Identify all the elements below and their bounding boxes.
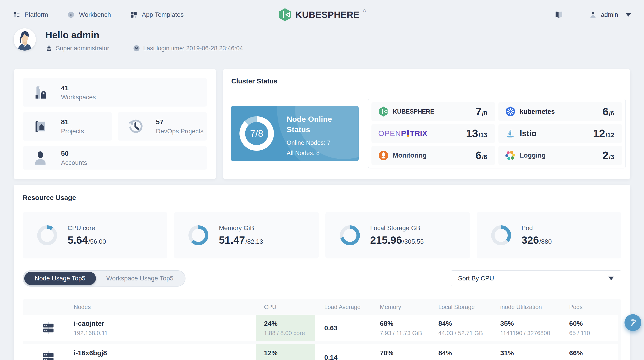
fluentd-icon xyxy=(505,150,516,161)
tab-workspace-usage-top5[interactable]: Workspace Usage Top5 xyxy=(96,272,184,285)
kubesphere-logo[interactable]: KUBESPHERE ® xyxy=(278,8,366,22)
load-average-cell: 0.63 xyxy=(315,324,380,332)
inode-percent: 31% xyxy=(500,349,569,357)
stat-label: Projects xyxy=(61,128,84,135)
nav-platform[interactable]: Platform xyxy=(13,11,48,18)
component-name: KUBESPHERE xyxy=(393,108,434,115)
projects-icon xyxy=(33,118,48,135)
node-online-panel: 7/8 Node Online Status Online Nodes: 7 A… xyxy=(231,106,359,161)
table-row[interactable]: i-caojnter 192.168.0.11 24% 1.88 / 8.00 … xyxy=(23,315,618,342)
chevron-down-icon xyxy=(626,13,631,16)
book-icon xyxy=(554,10,564,19)
col-pods: Pods xyxy=(569,304,621,310)
storage-percent: 84% xyxy=(438,349,500,357)
local-storage-ring-chart xyxy=(340,225,360,245)
count-value: 7 xyxy=(476,106,482,118)
component-openpitrix: OPEN P TRIX 13 /13 xyxy=(372,124,495,143)
inode-percent: 35% xyxy=(500,320,569,327)
top-navigation-bar: Platform Workbench App Templates KUBESPH… xyxy=(0,0,644,30)
openpitrix-logo-p: P xyxy=(401,129,406,138)
devops-projects-icon xyxy=(128,118,143,135)
col-inode-utilization: inode Utilization xyxy=(500,304,569,310)
stat-label: DevOps Projects xyxy=(156,128,204,135)
component-count: 13 /13 xyxy=(466,127,487,140)
tab-node-usage-top5[interactable]: Node Usage Top5 xyxy=(24,272,96,285)
stat-workspaces[interactable]: 41 Workspaces xyxy=(23,78,207,106)
user-role-label: Super administrator xyxy=(56,45,109,52)
load-average-cell: 0.14 xyxy=(315,354,380,360)
component-brand: Logging xyxy=(505,150,546,161)
col-nodes: Nodes xyxy=(74,304,256,310)
resource-usage-title: Resource Usage xyxy=(23,194,621,202)
openpitrix-logo-trix: TRIX xyxy=(410,129,427,138)
last-login: Last login time: 2019-06-28 23:46:04 xyxy=(133,45,243,52)
stat-projects[interactable]: 81 Projects xyxy=(23,112,112,140)
storage-percent: 84% xyxy=(438,320,500,327)
kubesphere-icon xyxy=(378,106,389,117)
role-icon xyxy=(45,45,52,52)
nav-app-templates[interactable]: App Templates xyxy=(130,11,184,18)
hammer-icon xyxy=(628,318,638,328)
last-login-label: Last login time: 2019-06-28 23:46:04 xyxy=(143,45,243,52)
prometheus-icon xyxy=(378,150,389,161)
gauge-label: Memory GiB xyxy=(219,224,263,232)
cpu-cell: 24% 1.88 / 8.00 core xyxy=(256,315,315,342)
cpu-percent: 12% xyxy=(264,349,315,357)
nav-platform-label: Platform xyxy=(24,11,48,18)
count-value: 13 xyxy=(466,127,478,140)
col-cpu: CPU xyxy=(256,304,315,310)
stat-devops-projects[interactable]: 57 DevOps Projects xyxy=(118,112,207,140)
pods-percent: 60% xyxy=(569,320,618,327)
user-menu[interactable]: admin xyxy=(589,11,631,18)
count-value: 6 xyxy=(476,149,482,162)
avatar xyxy=(14,28,36,50)
sort-by-select[interactable]: Sort By CPU xyxy=(451,270,621,286)
greeting-body: Hello admin Super administrator Last log… xyxy=(45,28,243,52)
workbench-icon xyxy=(67,11,75,18)
node-name[interactable]: i-16x6bgj8 xyxy=(74,349,256,357)
stats-grid: 41 Workspaces 81 Projects 57 xyxy=(23,78,207,170)
components-grid: KUBESPHERE 7 /8 kubernetes 6 /6 xyxy=(368,98,626,168)
table-row[interactable]: i-16x6bgj8 192.168.0.14 12% 0.93 / 8.00 … xyxy=(23,344,618,360)
pods-cell: 66% 72 / 110 xyxy=(569,349,618,360)
count-total: /12 xyxy=(606,132,614,139)
accounts-icon xyxy=(33,150,48,166)
pod-ring-chart xyxy=(491,225,511,245)
nav-workbench[interactable]: Workbench xyxy=(67,11,111,18)
node-usage-table: Nodes CPU Load Average Memory Local Stor… xyxy=(23,299,621,360)
gauge-row: CPU core 5.64 /56.00 Memory GiB 51.47 /8… xyxy=(23,212,621,258)
component-logging: Logging 2 /3 xyxy=(498,146,622,165)
kubernetes-icon xyxy=(505,106,516,117)
nav-app-templates-label: App Templates xyxy=(142,11,184,18)
node-name[interactable]: i-caojnter xyxy=(74,320,256,327)
pods-detail: 72 / 110 xyxy=(569,359,618,360)
main-nav: Platform Workbench App Templates xyxy=(13,11,184,18)
avatar-illustration xyxy=(14,28,36,50)
nav-workbench-label: Workbench xyxy=(79,11,111,18)
registered-mark: ® xyxy=(363,9,366,13)
gauge-label: CPU core xyxy=(68,224,106,232)
component-count: 6 /6 xyxy=(476,149,487,162)
cluster-status-title: Cluster Status xyxy=(231,77,622,85)
component-brand: KUBESPHERE xyxy=(378,106,434,117)
gauge-total: /305.55 xyxy=(402,238,424,245)
col-local-storage: Local Storage xyxy=(438,304,500,310)
gauge-used: 5.64 xyxy=(68,234,88,246)
stat-info: 41 Workspaces xyxy=(61,84,96,101)
node-ip: 192.168.0.14 xyxy=(74,359,256,360)
table-header: Nodes CPU Load Average Memory Local Stor… xyxy=(23,299,621,315)
app-templates-icon xyxy=(130,11,138,18)
gauge-local-storage: Local Storage GB 215.96 /305.55 xyxy=(326,212,470,258)
count-total: /6 xyxy=(609,110,614,117)
stat-value: 57 xyxy=(156,118,204,126)
gauge-label: Pod xyxy=(522,224,552,232)
count-value: 12 xyxy=(593,127,605,140)
memory-cell: 70% 8.11 / 11.73 GiB xyxy=(380,349,438,360)
toolbox-button[interactable] xyxy=(624,314,641,331)
stat-label: Workspaces xyxy=(61,94,96,101)
stat-accounts[interactable]: 50 Accounts xyxy=(23,146,207,170)
documentation-button[interactable] xyxy=(554,10,564,19)
component-name: Logging xyxy=(520,152,546,159)
gauge-pod: Pod 326 /880 xyxy=(477,212,621,258)
count-total: /8 xyxy=(482,110,487,117)
